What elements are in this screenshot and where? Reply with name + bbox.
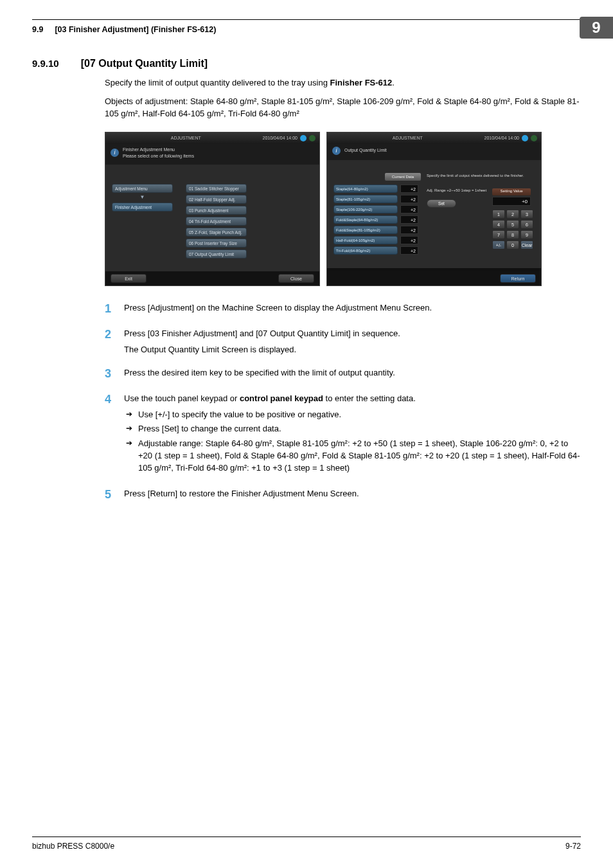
keypad-key[interactable]: 8 — [506, 230, 519, 239]
screenshots: ADJUSTMENT 2010/04/04 14:00 i Finisher A… — [105, 132, 581, 286]
setting-value-label: Setting Value — [492, 188, 531, 195]
intro-p1: Specify the limit of output quantity del… — [105, 77, 581, 89]
param-value: +2 — [400, 246, 418, 255]
section-title: 9.9.10 [07 Output Quantity Limit] — [32, 56, 581, 71]
setting-value: +0 — [492, 197, 531, 206]
param-value: +2 — [400, 205, 418, 213]
screen-header-line1: Output Quantity Limit — [344, 147, 387, 154]
chapter-badge: 9 — [580, 17, 613, 39]
submenu-button[interactable]: 02 Half-Fold Stopper Adj. — [186, 195, 247, 204]
keypad-key[interactable]: 0 — [506, 240, 519, 249]
step-number: 4 — [105, 391, 124, 477]
bullet-item: Press [Set] to change the current data. — [124, 423, 581, 435]
param-button[interactable]: Staple(81-105g/m2) — [333, 195, 398, 203]
steps-list: 1 Press [Adjustment] on the Machine Scre… — [105, 300, 581, 503]
i-icon: i — [111, 149, 119, 157]
keypad-key[interactable]: 4 — [492, 220, 505, 229]
param-value: +2 — [400, 226, 418, 234]
return-button[interactable]: Return — [500, 274, 536, 283]
help-icon — [531, 135, 537, 141]
subsection-name: [07 Output Quantity Limit] — [81, 56, 208, 71]
submenu-button[interactable]: 05 Z-Fold, Staple Punch Adj. — [186, 228, 247, 237]
step-text: Press [03 Finisher Adjustment] and [07 O… — [124, 328, 581, 340]
param-value: +2 — [400, 215, 418, 224]
keypad-key[interactable]: 9 — [520, 230, 533, 239]
footer-page: 9-72 — [565, 841, 581, 852]
menu-button[interactable]: Finisher Adjustment — [112, 203, 173, 212]
submenu-button[interactable]: 04 Tri-Fold Adjustment — [186, 217, 247, 226]
page-header: 9.9 [03 Finisher Adjustment] (Finisher F… — [32, 24, 581, 35]
i-icon: i — [332, 147, 341, 155]
param-value: +2 — [400, 185, 418, 193]
screen-output-quantity: ADJUSTMENT 2010/04/04 14:00 i Output Qua… — [326, 132, 542, 286]
screen-date: 2010/04/04 14:00 — [263, 135, 298, 141]
header-title: [03 Finisher Adjustment] (Finisher FS-61… — [55, 24, 216, 35]
param-button[interactable]: Fold&Staple(81-105g/m2) — [333, 226, 398, 234]
bullet-item: Use [+/-] to specify the value to be pos… — [124, 409, 581, 421]
keypad-key[interactable]: 5 — [506, 220, 519, 229]
step-number: 1 — [105, 300, 124, 317]
param-button[interactable]: Tri-Fold(64-80g/m2) — [333, 246, 398, 255]
page-footer: bizhub PRESS C8000/e 9-72 — [32, 836, 581, 852]
step-subtext: The Output Quantity Limit Screen is disp… — [124, 344, 581, 356]
param-button[interactable]: Fold&Staple(64-80g/m2) — [333, 215, 398, 224]
keypad-key[interactable]: 6 — [520, 220, 533, 229]
footer-product: bizhub PRESS C8000/e — [32, 841, 114, 852]
step-number: 2 — [105, 326, 124, 356]
submenu-button[interactable]: 06 Post Inserter Tray Size — [186, 239, 247, 248]
bullet-item: Adjustable range: Staple 64-80 g/m², Sta… — [124, 438, 581, 475]
info-icon — [300, 135, 306, 141]
screen-header-line1: Finisher Adjustment Menu — [123, 147, 194, 153]
param-button[interactable]: Staple(64-80g/m2) — [333, 185, 398, 193]
step-text: Press [Adjustment] on the Machine Screen… — [124, 300, 581, 317]
step-text: Use the touch panel keypad or control pa… — [124, 393, 581, 405]
subsection-number: 9.9.10 — [32, 57, 59, 71]
keypad-key[interactable]: 3 — [520, 210, 533, 219]
screen-description: Specify the limit of output sheets deliv… — [427, 173, 535, 179]
step-text: Press the desired item key to be specifi… — [124, 365, 581, 382]
screen-header-line2: Please select one of following items — [123, 153, 194, 159]
param-value: +2 — [400, 195, 418, 203]
keypad-key[interactable]: Clear — [520, 240, 533, 249]
submenu-button[interactable]: 03 Punch Adjustment — [186, 206, 247, 215]
keypad-key[interactable]: +/- — [492, 240, 505, 249]
submenu-button[interactable]: 01 Saddle Stitcher Stopper — [186, 184, 247, 193]
current-data-tab: Current Data — [385, 173, 421, 181]
info-icon — [522, 135, 528, 141]
keypad-key[interactable]: 1 — [492, 210, 505, 219]
step-number: 5 — [105, 486, 124, 503]
param-button[interactable]: Half-Fold(64-105g/m2) — [333, 236, 398, 244]
keypad-key[interactable]: 2 — [506, 210, 519, 219]
exit-button[interactable]: Exit — [111, 274, 147, 283]
intro-p2: Objects of adjustment: Staple 64-80 g/m²… — [105, 96, 581, 120]
step-number: 3 — [105, 365, 124, 382]
screen-tab: ADJUSTMENT — [331, 135, 484, 141]
help-icon — [309, 135, 315, 141]
param-value: +2 — [400, 236, 418, 244]
set-button[interactable]: Set — [427, 199, 456, 208]
screen-date: 2010/04/04 14:00 — [484, 135, 520, 141]
submenu-button[interactable]: 07 Output Quantity Limit — [186, 249, 247, 258]
param-button[interactable]: Staple(106-220g/m2) — [333, 205, 398, 213]
screen-tab: ADJUSTMENT — [109, 135, 263, 141]
step-text: Press [Return] to restore the Finisher A… — [124, 486, 581, 503]
screen-finisher-menu: ADJUSTMENT 2010/04/04 14:00 i Finisher A… — [105, 132, 320, 286]
header-section-num: 9.9 — [32, 24, 43, 35]
keypad-key[interactable]: 7 — [492, 230, 505, 239]
menu-button[interactable]: Adjustment Menu — [112, 184, 173, 193]
close-button[interactable]: Close — [278, 274, 314, 283]
